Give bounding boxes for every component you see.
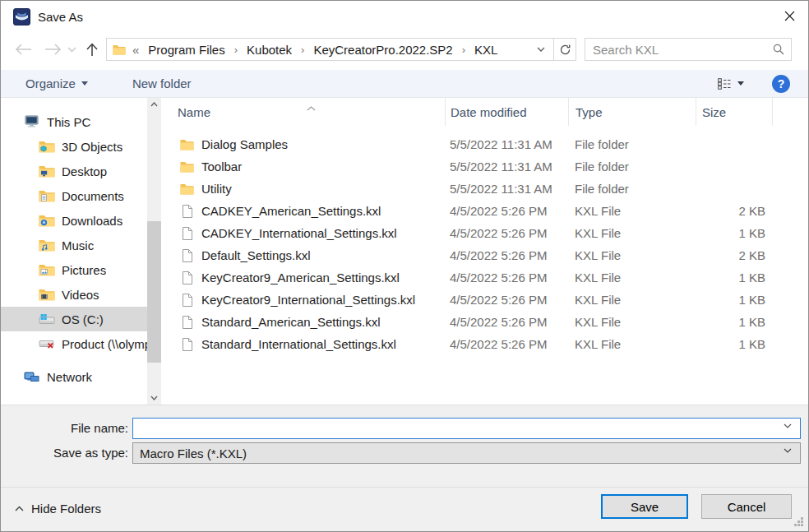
file-size: 1 KB: [696, 226, 772, 240]
column-headers: Name Date modified Type Size: [165, 98, 808, 126]
sort-ascending-icon: [307, 99, 316, 113]
up-icon[interactable]: [86, 43, 99, 57]
sidebar-item-label: Desktop: [62, 164, 107, 178]
file-date-modified: 4/5/2022 5:26 PM: [445, 204, 568, 218]
caret-down-icon: [81, 81, 88, 86]
window-title: Save As: [38, 10, 83, 24]
scroll-down-icon[interactable]: [147, 391, 161, 405]
file-row[interactable]: Standard_International_Settings.kxl4/5/2…: [165, 333, 808, 355]
file-icon: [180, 338, 194, 351]
file-row[interactable]: Utility5/5/2022 11:31 AMFile folder: [165, 178, 808, 200]
sidebar-item-videos[interactable]: Videos: [1, 282, 149, 307]
column-header-name[interactable]: Name: [165, 98, 445, 126]
file-row[interactable]: CADKEY_International_Settings.kxl4/5/202…: [165, 222, 808, 244]
file-row[interactable]: Dialog Samples5/5/2022 11:31 AMFile fold…: [165, 133, 808, 155]
sidebar-item-documents[interactable]: Documents: [1, 183, 149, 208]
sidebar-item-3d-objects[interactable]: 3D Objects: [1, 134, 149, 159]
file-row[interactable]: Standard_American_Settings.kxl4/5/2022 5…: [165, 311, 808, 333]
save-as-type-select[interactable]: Macro Files (*.KXL): [132, 442, 801, 464]
cancel-button[interactable]: Cancel: [701, 494, 792, 519]
file-row[interactable]: Toolbar5/5/2022 11:31 AMFile folder: [165, 155, 808, 178]
close-icon[interactable]: [770, 1, 808, 31]
scroll-up-icon[interactable]: [147, 98, 161, 111]
navigation-bar: « Program Files›Kubotek›KeyCreatorPro.20…: [1, 32, 808, 70]
refresh-icon[interactable]: [554, 39, 576, 60]
sidebar-item-music[interactable]: Music: [1, 233, 149, 257]
breadcrumb-item[interactable]: Kubotek: [245, 43, 294, 57]
file-name: KeyCreator9_International_Settings.kxl: [201, 293, 415, 307]
breadcrumb-overflow[interactable]: «: [132, 43, 139, 57]
file-name: Toolbar: [201, 160, 242, 173]
breadcrumb-dropdown-icon[interactable]: [529, 39, 553, 60]
folder-videos-icon: [39, 289, 55, 301]
scrollbar-thumb[interactable]: [147, 221, 161, 363]
sidebar-item-label: Documents: [62, 189, 124, 203]
hide-folders-button[interactable]: Hide Folders: [15, 502, 101, 516]
file-type: File folder: [568, 182, 696, 196]
new-folder-button[interactable]: New folder: [132, 76, 192, 90]
dialog-footer: File name: Save as type: Macro Files (*.…: [1, 405, 808, 531]
file-name-cell: Toolbar: [165, 160, 445, 173]
file-date-modified: 4/5/2022 5:26 PM: [445, 293, 568, 307]
folder-icon: [180, 183, 194, 195]
column-header-size[interactable]: Size: [696, 98, 772, 126]
breadcrumb-item[interactable]: Program Files: [146, 43, 226, 57]
sidebar-item-desktop[interactable]: Desktop: [1, 159, 149, 183]
sidebar-item-product-olymp[interactable]: Product (\\olymp: [1, 331, 149, 356]
drive-os-icon: [39, 313, 55, 325]
file-row[interactable]: KeyCreator9_International_Settings.kxl4/…: [165, 289, 808, 311]
folder-3d-objects-icon: [39, 141, 55, 153]
app-icon: [13, 8, 30, 25]
folder-pictures-icon: [39, 264, 55, 276]
breadcrumb-item[interactable]: KXL: [473, 43, 499, 57]
search-icon[interactable]: [773, 44, 784, 55]
change-view-button[interactable]: [718, 78, 744, 90]
folder-desktop-icon: [39, 165, 55, 178]
save-button[interactable]: Save: [601, 494, 688, 519]
file-date-modified: 4/5/2022 5:26 PM: [445, 315, 568, 329]
sidebar-item-label: Downloads: [62, 214, 123, 228]
sidebar-item-downloads[interactable]: Downloads: [1, 208, 149, 233]
help-button[interactable]: ?: [772, 75, 790, 93]
file-name: Standard_International_Settings.kxl: [201, 337, 396, 351]
command-toolbar: Organize New folder ?: [1, 70, 808, 98]
file-date-modified: 4/5/2022 5:26 PM: [445, 337, 568, 351]
file-row[interactable]: CADKEY_American_Settings.kxl4/5/2022 5:2…: [165, 200, 808, 222]
file-icon: [180, 271, 194, 285]
resize-grip[interactable]: [801, 524, 803, 526]
hide-folders-label: Hide Folders: [31, 502, 101, 516]
sidebar-item-os-c[interactable]: OS (C:): [1, 307, 149, 331]
file-name-cell: CADKEY_International_Settings.kxl: [165, 226, 445, 240]
breadcrumb-item[interactable]: KeyCreatorPro.2022.SP2: [312, 43, 454, 57]
sidebar-item-label: OS (C:): [62, 312, 104, 326]
organize-button[interactable]: Organize: [25, 76, 88, 90]
breadcrumb-bar: « Program Files›Kubotek›KeyCreatorPro.20…: [106, 38, 576, 61]
file-row[interactable]: KeyCreator9_American_Settings.kxl4/5/202…: [165, 266, 808, 289]
search-input[interactable]: [585, 43, 791, 57]
back-icon[interactable]: [15, 44, 33, 55]
file-size: 2 KB: [696, 204, 772, 218]
file-name-cell: KeyCreator9_International_Settings.kxl: [165, 293, 445, 307]
recent-locations-icon[interactable]: [67, 47, 76, 53]
file-date-modified: 5/5/2022 11:31 AM: [445, 182, 568, 196]
details-view-icon: [718, 78, 731, 90]
column-header-date-modified[interactable]: Date modified: [445, 98, 568, 126]
file-name-input[interactable]: [132, 418, 801, 439]
chevron-down-icon[interactable]: [784, 423, 792, 428]
column-header-type[interactable]: Type: [568, 98, 696, 126]
file-name: Utility: [201, 182, 232, 196]
breadcrumb-separator: ›: [294, 44, 312, 56]
file-name-cell: Default_Settings.kxl: [165, 248, 445, 262]
sidebar-item-label: Network: [47, 370, 92, 384]
caret-down-icon: [737, 81, 744, 86]
file-name: Standard_American_Settings.kxl: [201, 315, 381, 329]
file-type: File folder: [568, 160, 696, 173]
sidebar-item-this-pc[interactable]: This PC: [1, 109, 149, 134]
sidebar-item-network[interactable]: Network: [1, 364, 149, 389]
file-row[interactable]: Default_Settings.kxl4/5/2022 5:26 PMKXL …: [165, 244, 808, 266]
forward-icon[interactable]: [44, 44, 62, 55]
chevron-down-icon[interactable]: [784, 448, 792, 453]
breadcrumb-separator: ›: [455, 44, 473, 56]
sidebar-item-pictures[interactable]: Pictures: [1, 257, 149, 282]
sidebar-scrollbar[interactable]: [147, 98, 161, 405]
